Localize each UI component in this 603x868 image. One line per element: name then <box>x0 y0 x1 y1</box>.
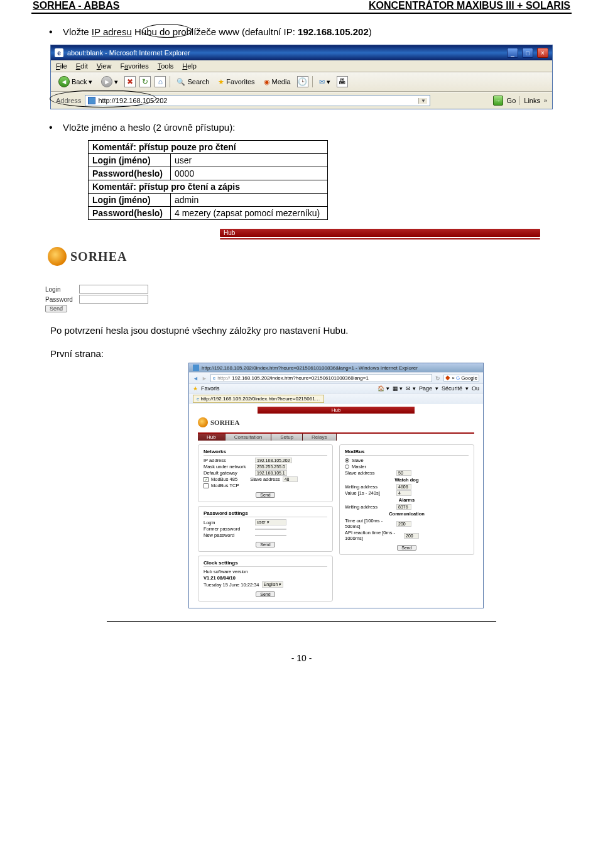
password-field-label: Password <box>45 296 75 303</box>
modbus485-checkbox[interactable]: ✓ <box>204 477 209 482</box>
modbustcp-checkbox[interactable] <box>204 483 209 488</box>
waddr2-input[interactable]: 8376 <box>396 504 411 510</box>
ss-title-text: http://192.168.105.202/0index.htm?heure=… <box>202 365 418 371</box>
mb-slaveaddr-input[interactable]: 50 <box>396 470 411 476</box>
val-input[interactable]: 4 <box>396 490 411 496</box>
menu-edit[interactable]: Edit <box>76 62 88 70</box>
password-input[interactable] <box>79 295 148 304</box>
home-button[interactable]: ⌂ <box>155 76 166 87</box>
slave-radio[interactable] <box>345 458 349 463</box>
new-pwd-input[interactable] <box>255 535 286 536</box>
history-button[interactable]: 🕒 <box>297 76 308 87</box>
links-chevron-icon[interactable]: » <box>544 97 547 104</box>
forward-button[interactable]: ► ▾ <box>99 75 121 89</box>
page-favicon-icon <box>88 97 95 104</box>
lang-select[interactable]: English ▾ <box>262 581 284 588</box>
ie-titlebar: e about:blank - Microsoft Internet Explo… <box>51 45 552 60</box>
go-label: Go <box>507 97 516 104</box>
modbustcp-label: ModBus TCP <box>211 483 239 488</box>
bullet1-ip: 192.168.105.202 <box>298 26 369 37</box>
mask-input[interactable]: 255.255.255.0 <box>255 464 287 470</box>
ss-page-tab[interactable]: ehttp://192.168.105.202/0index.htm?heure… <box>193 395 324 403</box>
menu-favorites[interactable]: Favorites <box>120 62 148 70</box>
modbus-send-button[interactable]: Send <box>397 545 416 551</box>
footer-separator <box>107 621 496 622</box>
maximize-button[interactable]: □ <box>522 48 533 58</box>
tools-dropdown[interactable]: Ou <box>472 385 479 392</box>
bullet1-prefix: Vložte <box>63 26 92 37</box>
master-label: Master <box>352 464 366 470</box>
ss-forward-icon[interactable]: ► <box>202 375 207 382</box>
menu-view[interactable]: View <box>97 62 112 70</box>
stop-button[interactable]: ✖ <box>124 76 136 87</box>
login-page-screenshot: Hub SORHEA Login Password Send <box>38 229 565 312</box>
version-label: Hub software version <box>204 569 247 574</box>
networks-panel: Networks IP address192.168.105.202 Mask … <box>198 444 333 502</box>
master-radio[interactable] <box>345 464 349 469</box>
links-label[interactable]: Links <box>524 97 540 104</box>
back-button[interactable]: ◄Back ▾ <box>56 75 95 89</box>
mail-icon[interactable]: ✉ ▾ <box>406 385 416 392</box>
tab-hub[interactable]: Hub <box>198 434 225 441</box>
tab-setup[interactable]: Setup <box>271 434 303 441</box>
ss-refresh-icon[interactable]: ↻ <box>435 375 440 382</box>
page-dropdown[interactable]: Page <box>419 385 432 392</box>
close-button[interactable]: × <box>537 48 548 58</box>
ip-input[interactable]: 192.168.105.202 <box>255 458 292 463</box>
gateway-input[interactable]: 192.168.105.1 <box>255 470 287 476</box>
ss-favoris-row: ★ Favoris 🏠 ▾ ▦ ▾ ✉ ▾ Page▾ Sécurité▾ Ou <box>189 383 483 393</box>
sorhea-logo: SORHEA <box>48 247 565 266</box>
header-separator <box>31 13 572 14</box>
bullet-credentials: Vložte jméno a heslo (2 úrovně přístupu)… <box>49 122 572 133</box>
pwd-login-select[interactable]: user ▾ <box>255 519 286 525</box>
former-pwd-input[interactable] <box>255 529 286 530</box>
media-button[interactable]: ◉Media <box>261 77 293 87</box>
waddr-label: Writing address <box>345 484 394 490</box>
home-dropdown-icon[interactable]: 🏠 ▾ <box>378 385 389 392</box>
api-input[interactable]: 200 <box>404 533 419 539</box>
minimize-button[interactable]: _ <box>507 48 518 58</box>
paragraph-first-page: První strana: <box>50 348 572 359</box>
menu-file[interactable]: FFileile <box>56 62 67 70</box>
slaveaddr-input[interactable]: 48 <box>283 476 298 482</box>
login-field-label: Login <box>45 286 75 293</box>
favoris-label[interactable]: Favoris <box>201 385 220 392</box>
tab-relays[interactable]: Relays <box>303 434 336 441</box>
ie-address-bar: Address http://192.168.105.202 ▼ → Go Li… <box>51 92 552 109</box>
modbus-panel: ModBus Slave Master Slave address50 Watc… <box>339 444 474 555</box>
ss-search-dropdown[interactable]: 🟐×GGoogle <box>443 375 479 382</box>
refresh-button[interactable]: ↻ <box>139 76 151 87</box>
ie-favicon-icon <box>193 365 199 371</box>
table-comment-write: Komentář: přístup pro čtení a zápis <box>89 180 328 194</box>
feed-icon[interactable]: ▦ ▾ <box>393 385 403 392</box>
ss-page-body: Hub SORHEA Hub Consultation Setup Relays… <box>189 404 483 608</box>
send-button[interactable]: Send <box>45 305 67 312</box>
address-input[interactable]: http://192.168.105.202 ▼ <box>85 95 430 106</box>
networks-send-button[interactable]: Send <box>256 492 274 498</box>
ss-tab-row: ehttp://192.168.105.202/0index.htm?heure… <box>189 393 483 404</box>
go-button[interactable]: → <box>493 96 503 106</box>
waddr-input[interactable]: 4608 <box>396 484 411 490</box>
print-button[interactable]: 🖶 <box>337 76 348 87</box>
hub-banner-bar-2 <box>220 238 540 239</box>
search-button[interactable]: 🔍Search <box>174 77 212 87</box>
comm-heading: Communication <box>345 511 469 517</box>
favorites-button[interactable]: ★Favorites <box>215 77 257 87</box>
ie-logo-icon: e <box>55 48 63 57</box>
ss-back-icon[interactable]: ◄ <box>193 375 198 382</box>
menu-tools[interactable]: Tools <box>158 62 174 70</box>
bullet-ip-address: Vložte IP adresu Hubu do prohlížeče www … <box>49 26 572 37</box>
hub-config-screenshot: http://192.168.105.202/0index.htm?heure=… <box>188 363 484 608</box>
timeout-input[interactable]: 200 <box>396 521 411 527</box>
clock-send-button[interactable]: Send <box>256 591 274 597</box>
slave-label: Slave <box>352 458 364 463</box>
address-dropdown-icon[interactable]: ▼ <box>418 98 427 104</box>
ie-window-screenshot: e about:blank - Microsoft Internet Explo… <box>50 45 553 109</box>
mail-button[interactable]: ✉ ▾ <box>317 77 333 87</box>
security-dropdown[interactable]: Sécurité <box>442 385 462 392</box>
pwd-send-button[interactable]: Send <box>256 542 274 547</box>
ss-address-input[interactable]: e http://192.168.105.202/index.htm?heure… <box>210 374 432 382</box>
tab-consultation[interactable]: Consultation <box>225 434 271 441</box>
login-input[interactable] <box>79 285 148 294</box>
menu-help[interactable]: Help <box>182 62 197 70</box>
